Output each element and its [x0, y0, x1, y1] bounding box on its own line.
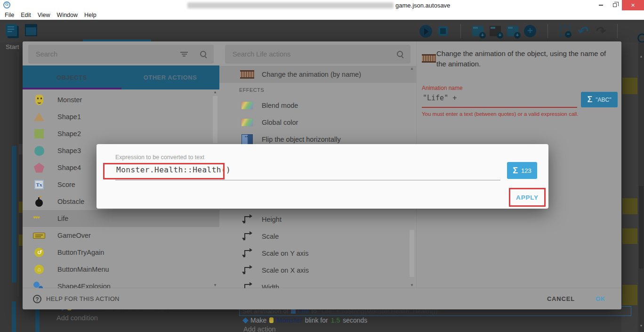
add-comment-button[interactable] [505, 23, 520, 39]
object-icon [33, 282, 45, 288]
action-row[interactable]: EFFECTS [219, 83, 416, 97]
actions-search-box[interactable] [225, 45, 411, 64]
add-action-link[interactable]: Add action [243, 325, 276, 332]
action-label: Global color [262, 119, 298, 126]
filter-icon[interactable] [180, 51, 188, 57]
object-icon [34, 113, 44, 121]
add-button[interactable] [523, 23, 538, 39]
action-row[interactable]: Scale [219, 228, 416, 245]
action-icon [242, 134, 253, 145]
action-row[interactable]: Global color [219, 114, 416, 131]
event-action-text: seconds [343, 316, 367, 324]
scrollbar-thumb[interactable] [639, 186, 644, 268]
scrollbar-thumb[interactable] [213, 96, 217, 143]
menu-item[interactable]: Window [55, 11, 82, 19]
scroll-up-icon[interactable]: ▲ [638, 55, 644, 58]
object-label: Score [57, 181, 75, 188]
animation-action-icon [422, 54, 436, 63]
object-label: Shape4Explosion [57, 283, 111, 288]
number-expression-button[interactable]: Σ 123 [507, 162, 537, 179]
expression-input[interactable] [115, 165, 445, 175]
scroll-down-icon[interactable]: ▼ [409, 283, 415, 288]
field-error-text: You must enter a text (between quotes) o… [422, 111, 584, 117]
preview-play-button[interactable] [418, 23, 433, 39]
debugger-button[interactable] [435, 23, 451, 39]
expression-button-label: 123 [521, 167, 531, 174]
menu-item[interactable]: File [3, 11, 19, 19]
object-tab[interactable]: OTHER ACTIONS [121, 65, 219, 89]
add-subevent-button[interactable] [488, 23, 503, 39]
object-label: Obstacle [57, 198, 84, 205]
menu-item[interactable]: Edit [19, 11, 36, 19]
action-row[interactable]: Height [219, 211, 416, 228]
object-icon-cell [33, 91, 45, 108]
object-icon-cell [33, 227, 45, 244]
add-event-button[interactable] [470, 23, 485, 39]
scroll-down-icon[interactable]: ▼ [212, 283, 218, 288]
object-row[interactable]: GameOver [23, 227, 219, 244]
objects-search-box[interactable] [28, 45, 214, 64]
restore-icon [613, 3, 617, 7]
close-button[interactable]: × [622, 0, 644, 10]
object-row[interactable]: Shape2 [23, 125, 219, 142]
search-in-events-button[interactable] [627, 23, 642, 39]
object-row[interactable]: Shape4Explosion [23, 278, 219, 288]
object-tabs: OBJECTSOTHER ACTIONS [23, 65, 219, 89]
action-row[interactable]: Blend mode [219, 97, 416, 114]
object-icon [35, 199, 43, 207]
object-tab[interactable]: OBJECTS [23, 65, 121, 89]
expression-button-label: "ABC" [596, 97, 611, 103]
window-title-blur [187, 2, 394, 8]
add-condition-link[interactable]: Add condition [56, 314, 98, 322]
help-link[interactable]: ? HELP FOR THIS ACTION [33, 295, 120, 303]
scene-editor-button[interactable] [24, 22, 39, 38]
object-row[interactable]: ButtonTryAgain [23, 244, 219, 261]
apply-button[interactable]: APPLY [509, 188, 546, 207]
cancel-button[interactable]: CANCEL [547, 295, 575, 302]
object-row[interactable]: Shape1 [23, 108, 219, 125]
delete-event-button[interactable] [557, 23, 572, 39]
menu-item[interactable]: Help [82, 11, 101, 19]
animation-name-input[interactable] [422, 93, 577, 103]
toolbar-left-group [4, 22, 39, 38]
restore-button[interactable] [608, 0, 622, 10]
object-icon-cell [33, 210, 45, 227]
action-row[interactable]: Width [219, 279, 416, 288]
event-action-row[interactable]: Make Monster blink for 1.5 seconds [243, 316, 367, 324]
action-row[interactable]: Scale on Y axis [219, 245, 416, 262]
action-row[interactable]: Scale on X axis [219, 262, 416, 279]
object-row[interactable]: Life [23, 210, 219, 227]
object-icon [35, 95, 43, 105]
toolbar-separator[interactable] [453, 23, 468, 39]
subevent-strip [12, 146, 16, 283]
events-scrollbar[interactable]: ▲ ▼ [638, 42, 644, 332]
menu-item[interactable]: View [36, 11, 55, 19]
comment-row-sliver [19, 202, 23, 213]
object-icon [33, 233, 45, 239]
object-icon-cell [33, 108, 45, 125]
redo-button[interactable] [592, 23, 607, 39]
toolbar-separator[interactable] [610, 23, 625, 39]
string-expression-button[interactable]: Σ "ABC" [581, 92, 618, 107]
object-row[interactable]: Monster [23, 91, 219, 108]
actions-search-input[interactable] [232, 50, 397, 58]
action-row[interactable]: Change the animation (by name) [219, 66, 416, 83]
scene-tab-label[interactable]: Start [6, 43, 19, 50]
action-icon-cell [240, 279, 254, 288]
scroll-up-icon[interactable]: ▲ [212, 89, 218, 95]
object-icon-cell [33, 142, 45, 159]
scroll-down-icon[interactable]: ▼ [638, 324, 644, 327]
action-label: Scale [262, 233, 279, 240]
scrollbar-thumb[interactable] [410, 230, 414, 277]
event-value: 1.5 [331, 316, 340, 324]
project-manager-button[interactable] [4, 22, 19, 38]
ok-button[interactable]: OK [596, 295, 605, 302]
monster-mini-icon [269, 317, 274, 323]
life-mini-icon [291, 309, 296, 314]
object-row[interactable]: ButtonMainMenu [23, 261, 219, 278]
scroll-up-icon[interactable]: ▲ [409, 66, 415, 72]
minimize-button[interactable] [594, 0, 608, 10]
objects-search-input[interactable] [35, 50, 180, 58]
toolbar-separator[interactable] [540, 23, 555, 39]
undo-button[interactable] [575, 23, 590, 39]
